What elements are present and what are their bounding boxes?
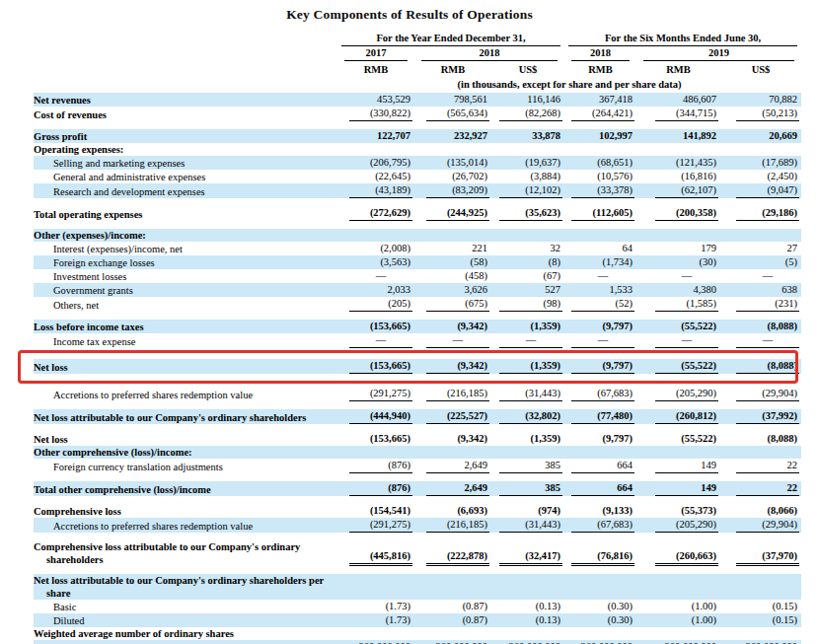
- value-text: (8,066): [736, 504, 799, 518]
- value-text: 260,000,000: [499, 640, 562, 644]
- value-cell: 27: [720, 242, 801, 255]
- year-row: 2017 2018 2018 2019: [34, 46, 801, 61]
- value-text: 32: [499, 242, 562, 255]
- value-cell: (0.15): [720, 613, 801, 627]
- value-cell: (12,102): [491, 183, 564, 198]
- value-cell: 179: [636, 242, 720, 255]
- value-text: (30): [655, 255, 718, 269]
- value-cell: (67,683): [564, 518, 636, 533]
- value-cell: (6,693): [414, 504, 491, 518]
- value-text: 122,707: [349, 129, 412, 143]
- row-label: Basic: [34, 600, 337, 613]
- value-cell: 232,927: [414, 129, 491, 143]
- value-text: (76,816): [571, 549, 634, 566]
- value-text: (43,189): [349, 183, 412, 198]
- row-label: Total other comprehensive (loss)/income: [34, 481, 337, 496]
- value-text: (121,435): [655, 156, 718, 170]
- value-text: 260,000,000: [349, 640, 412, 644]
- value-text: (222,878): [426, 549, 489, 566]
- value-cell: (8,088): [720, 320, 801, 333]
- halfyear-2019-header: 2019: [636, 46, 801, 61]
- value-text: (3,563): [349, 255, 412, 269]
- value-cell: (0.30): [564, 600, 636, 613]
- value-text: (55,373): [655, 504, 718, 518]
- value-cell: (444,940): [337, 409, 414, 424]
- table-row: Weighted average number of ordinary shar…: [34, 627, 801, 640]
- row-label: Cost of revenues: [34, 107, 337, 121]
- value-cell: [636, 446, 720, 459]
- table-row: Net loss(153,665)(9,342)(1,359)(9,797)(5…: [34, 432, 801, 446]
- value-text: (9,342): [426, 359, 489, 374]
- table-row: Foreign currency translation adjustments…: [34, 459, 801, 473]
- value-cell: (231): [720, 297, 801, 312]
- value-text: (37,992): [736, 409, 799, 424]
- spacer: [34, 312, 801, 320]
- value-cell: (445,816): [337, 540, 414, 566]
- value-text: 385: [499, 459, 562, 473]
- value-text: (52): [571, 297, 634, 312]
- value-cell: 260,000,000: [491, 640, 564, 644]
- value-cell: 22: [720, 481, 801, 496]
- value-text: (200,358): [655, 206, 718, 221]
- value-text: (0.30): [571, 613, 634, 627]
- table-row: Total other comprehensive (loss)/income(…: [34, 481, 801, 496]
- value-cell: (83,209): [414, 183, 491, 198]
- value-cell: (29,904): [720, 518, 801, 533]
- value-cell: 1,533: [564, 283, 636, 297]
- value-text: 367,418: [571, 93, 634, 107]
- value-cell: (52): [564, 297, 636, 312]
- row-net-loss-boxed: Net loss(153,665)(9,342)(1,359)(9,797)(5…: [34, 359, 801, 374]
- value-cell: 453,529: [337, 93, 414, 107]
- value-cell: (0.87): [414, 613, 491, 627]
- value-cell: [414, 143, 491, 156]
- value-cell: [720, 627, 801, 640]
- spacer: [34, 496, 801, 504]
- value-cell: [337, 446, 414, 459]
- value-cell: [720, 574, 801, 600]
- value-cell: [337, 143, 414, 156]
- value-text: —: [426, 333, 489, 348]
- value-cell: (216,185): [414, 387, 491, 401]
- row-label: Diluted: [34, 613, 337, 627]
- currency-header: RMB: [636, 61, 720, 77]
- row-label: Research and development expenses: [34, 183, 337, 198]
- value-text: (31,443): [499, 387, 562, 401]
- period-group-row: For the Year Ended December 31, For the …: [34, 32, 801, 46]
- value-cell: [337, 229, 414, 242]
- value-cell: —: [564, 333, 636, 348]
- row-label: General and administrative expenses: [34, 170, 337, 183]
- row-label: Net loss: [34, 432, 337, 446]
- currency-header: RMB: [564, 61, 636, 77]
- value-cell: [491, 446, 564, 459]
- table-row: Accretions to preferred shares redemptio…: [34, 518, 801, 533]
- value-text: 33,878: [499, 129, 562, 143]
- year-ended-group-header: For the Year Ended December 31,: [337, 32, 564, 46]
- table-row: Selling and marketing expenses(206,795)(…: [34, 156, 801, 170]
- value-cell: (291,275): [337, 387, 414, 401]
- value-text: (16,816): [655, 170, 718, 183]
- table-row: Total operating expenses(272,629)(244,92…: [34, 206, 801, 221]
- table-row: Other comprehensive (loss)/income:: [34, 446, 801, 459]
- table-body: Net revenues453,529798,561116,146367,418…: [34, 93, 801, 644]
- spacer: [34, 198, 801, 206]
- value-cell: (153,665): [337, 320, 414, 333]
- value-text: (55,522): [655, 320, 718, 333]
- value-cell: 798,561: [414, 93, 491, 107]
- value-cell: (205): [337, 297, 414, 312]
- value-text: (68,651): [571, 156, 634, 170]
- value-text: 2,649: [426, 459, 489, 473]
- value-cell: (0.30): [564, 613, 636, 627]
- value-text: (260,663): [655, 549, 718, 566]
- spacer-row: [34, 496, 801, 504]
- row-label: Basic: [34, 640, 337, 644]
- value-text: 260,000,000: [655, 640, 718, 644]
- value-text: (0.30): [571, 600, 634, 613]
- value-text: (1.73): [349, 600, 412, 613]
- row-label: Operating expenses:: [34, 143, 337, 156]
- value-text: (37,970): [736, 549, 799, 566]
- value-text: (974): [499, 504, 562, 518]
- value-cell: (55,522): [636, 432, 720, 446]
- value-cell: —: [636, 333, 720, 348]
- value-text: (344,715): [655, 107, 718, 121]
- value-cell: (9,133): [564, 504, 636, 518]
